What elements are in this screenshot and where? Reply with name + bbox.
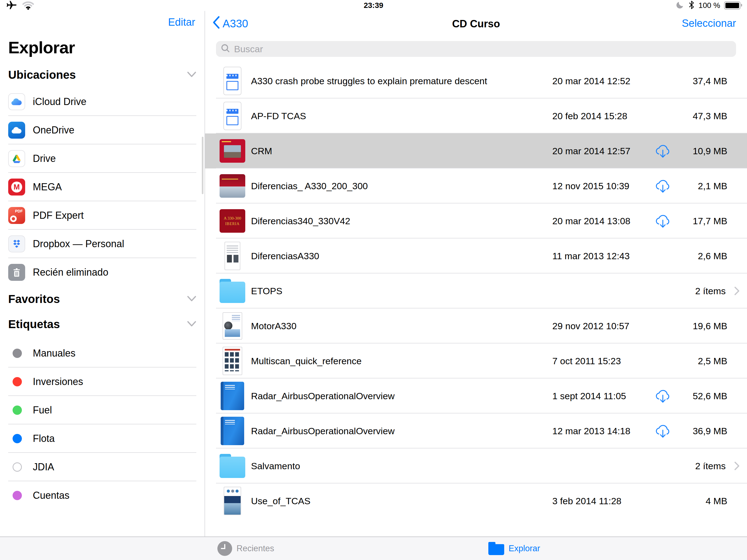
file-name: CRM xyxy=(251,146,272,156)
file-row[interactable]: Use_of_TCAS 3 feb 2014 11:28 4 MB xyxy=(205,483,747,518)
cloud-download-icon[interactable] xyxy=(653,423,672,439)
cloud-download-icon[interactable] xyxy=(653,143,672,159)
sidebar-tag-item[interactable]: Cuentas xyxy=(8,481,196,510)
sidebar-tag-item[interactable]: Manuales xyxy=(8,339,196,367)
doc-motor-thumbnail xyxy=(223,312,242,339)
tag-color-dot xyxy=(12,377,22,386)
doc-multi-thumbnail xyxy=(223,347,242,375)
doc-dif-thumbnail xyxy=(225,242,240,270)
folder-item-count: 2 ítems xyxy=(695,461,726,472)
slide-radar-thumbnail xyxy=(221,417,244,445)
tab-recientes[interactable]: Recientes xyxy=(217,537,274,560)
file-date: 11 mar 2013 12:43 xyxy=(552,251,630,261)
file-name: Multiscan_quick_reference xyxy=(251,356,361,366)
file-date: 7 oct 2011 15:23 xyxy=(552,356,621,366)
chevron-down-icon[interactable] xyxy=(187,296,196,303)
file-name: Radar_AirbusOperationalOverview xyxy=(251,426,394,436)
location-label: OneDrive xyxy=(33,124,74,136)
file-row[interactable]: CRM 20 mar 2014 12:57 10,9 MB xyxy=(205,133,747,169)
cloud-download-icon[interactable] xyxy=(653,213,672,229)
folder-icon xyxy=(488,542,504,555)
folder-item-count: 2 ítems xyxy=(695,286,726,297)
file-name: A330 crash probe struggles to explain pr… xyxy=(251,76,487,86)
sidebar-location-item[interactable]: Dropbox — Personal xyxy=(8,230,196,258)
chevron-down-icon[interactable] xyxy=(187,321,196,328)
file-date: 3 feb 2014 11:28 xyxy=(552,496,621,506)
file-row[interactable]: Radar_AirbusOperationalOverview 1 sept 2… xyxy=(205,378,747,413)
sidebar-location-item[interactable]: M MEGA xyxy=(8,173,196,201)
tag-color-dot xyxy=(12,462,22,472)
chevron-down-icon[interactable] xyxy=(187,71,196,78)
cloud-download-icon[interactable] xyxy=(653,388,672,404)
file-row[interactable]: Diferencias_ A330_200_300 12 nov 2015 10… xyxy=(205,169,747,203)
sidebar-location-item[interactable]: OneDrive xyxy=(8,116,196,144)
tags-header-label: Etiquetas xyxy=(8,318,60,331)
sidebar-scrollbar[interactable] xyxy=(202,137,203,194)
search-input[interactable] xyxy=(233,44,731,55)
sidebar-location-item[interactable]: Recién eliminado xyxy=(8,258,196,286)
location-label: Drive xyxy=(33,153,56,164)
video-thumbnail xyxy=(223,67,241,95)
slide-radar-thumbnail xyxy=(221,382,244,410)
sidebar-tag-item[interactable]: Flota xyxy=(8,424,196,453)
file-name: Radar_AirbusOperationalOverview xyxy=(251,391,394,401)
tab-label: Explorar xyxy=(509,543,540,554)
tab-explorar[interactable]: Explorar xyxy=(488,537,540,560)
file-row[interactable]: MotorA330 29 nov 2012 10:57 19,6 MB xyxy=(205,308,747,343)
do-not-disturb-moon-icon xyxy=(676,1,685,10)
tag-color-dot xyxy=(12,491,22,500)
file-row[interactable]: Salvamento 2 ítems xyxy=(205,449,747,483)
select-button[interactable]: Seleccionar xyxy=(681,18,736,29)
file-list: A330 crash probe struggles to explain pr… xyxy=(205,63,747,518)
file-date: 20 feb 2014 15:28 xyxy=(552,111,627,121)
tag-label: Fuel xyxy=(33,404,52,416)
onedrive-icon xyxy=(8,122,25,138)
status-right-icons: 100 % xyxy=(676,1,742,10)
file-row[interactable]: ETOPS 2 ítems xyxy=(205,274,747,308)
file-size: 52,6 MB xyxy=(693,391,727,401)
tab-bar: Recientes Explorar xyxy=(0,536,747,560)
file-name: MotorA330 xyxy=(251,321,297,331)
file-date: 20 mar 2014 13:08 xyxy=(552,216,630,226)
tags-section-header: Etiquetas xyxy=(8,312,196,337)
edit-button[interactable]: Editar xyxy=(168,17,195,28)
navigation-bar: A330 CD Curso Seleccionar xyxy=(205,11,747,41)
sidebar-location-item[interactable]: PDF PDF Expert xyxy=(8,201,196,230)
file-name: Diferencias340_330V42 xyxy=(251,216,350,226)
location-label: Dropbox — Personal xyxy=(33,238,124,250)
file-date: 12 mar 2013 14:18 xyxy=(552,426,630,436)
sidebar-location-item[interactable]: iCloud Drive xyxy=(8,87,196,116)
file-date: 12 nov 2015 10:39 xyxy=(552,181,629,192)
sidebar-tag-item[interactable]: Fuel xyxy=(8,396,196,424)
thumbnail-text: A 330-300 xyxy=(224,216,241,221)
file-row[interactable]: A330 crash probe struggles to explain pr… xyxy=(205,63,747,98)
file-row[interactable]: A 330-300 IBERIA Diferencias340_330V42 2… xyxy=(205,203,747,238)
tag-color-dot xyxy=(12,349,22,358)
file-size: 10,9 MB xyxy=(693,146,727,156)
sidebar-location-item[interactable]: Drive xyxy=(8,144,196,173)
favorites-header-label: Favoritos xyxy=(8,292,60,306)
file-row[interactable]: Radar_AirbusOperationalOverview 12 mar 2… xyxy=(205,413,747,449)
file-row[interactable]: AP-FD TCAS 20 feb 2014 15:28 47,3 MB xyxy=(205,98,747,133)
favorites-section-header: Favoritos xyxy=(8,286,196,312)
cloud-download-icon[interactable] xyxy=(653,178,672,194)
file-row[interactable]: DiferenciasA330 11 mar 2013 12:43 2,6 MB xyxy=(205,238,747,274)
locations-section-header: Ubicaciones xyxy=(8,66,196,84)
sidebar-tag-item[interactable]: Inversiones xyxy=(8,367,196,396)
doc-tcas-thumbnail xyxy=(224,487,241,515)
file-date: 1 sept 2014 11:05 xyxy=(552,391,626,401)
wifi-icon xyxy=(22,0,34,11)
airplane-mode-icon xyxy=(6,0,17,11)
sidebar-tag-item[interactable]: JDIA xyxy=(8,453,196,481)
file-size: 4 MB xyxy=(706,496,727,506)
file-size: 2,5 MB xyxy=(698,356,727,366)
status-left-icons xyxy=(6,1,34,10)
sidebar-title: Explorar xyxy=(8,38,196,59)
page-title: CD Curso xyxy=(205,18,747,30)
search-icon xyxy=(221,44,230,54)
file-size: 2,6 MB xyxy=(698,251,727,261)
trash-icon xyxy=(8,264,25,281)
file-row[interactable]: Multiscan_quick_reference 7 oct 2011 15:… xyxy=(205,343,747,378)
file-size: 36,9 MB xyxy=(693,426,727,436)
dropbox-icon xyxy=(8,235,25,252)
